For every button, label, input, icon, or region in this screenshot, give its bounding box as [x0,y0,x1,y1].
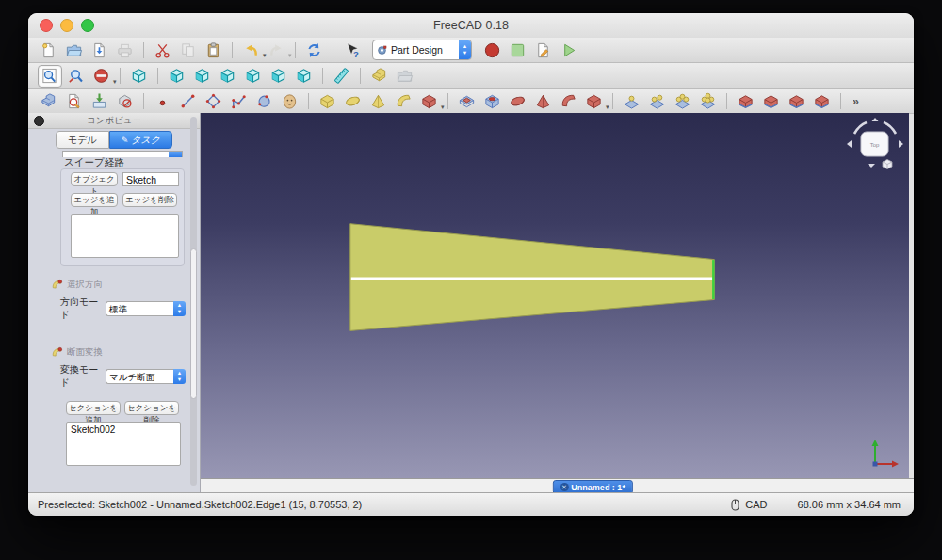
panel-scrollbar-thumb[interactable] [190,248,197,399]
additive-loft-icon[interactable] [367,91,390,112]
additive-primitive-icon[interactable]: ▾ [418,91,441,112]
create-sketch-icon[interactable] [63,91,86,112]
pocket-icon[interactable] [456,91,479,112]
close-document-icon[interactable]: ✕ [560,483,568,491]
navigation-style-label[interactable]: CAD [745,499,767,510]
toolbar-separator [143,93,144,109]
draft-icon[interactable] [786,91,808,112]
svg-text:»: » [853,95,859,108]
axonometric-view-icon[interactable] [128,66,151,87]
rotate-down-arrow-icon [868,164,875,168]
chamfer-icon[interactable] [760,91,783,112]
dimension-readout: 68.06 mm x 34.64 mm [798,499,901,510]
transform-mode-combo[interactable]: マルチ断面 ▲▼ [106,369,186,384]
linear-pattern-icon[interactable] [646,91,669,112]
mirrored-icon[interactable] [621,91,643,112]
combo-stepper-icon: ▲▼ [173,369,186,384]
transform-mode-label: 変換モード [60,363,106,390]
object-button[interactable]: オブジェクト [71,172,118,186]
save-document-icon[interactable] [89,40,111,60]
remove-edge-button[interactable]: エッジを削除 [122,193,177,207]
redo-icon: ▾ [266,40,288,60]
section-listbox[interactable]: Sketch002 [66,422,181,466]
tab-task[interactable]: ✎ タスク [109,131,172,149]
pencil-icon: ✎ [122,136,129,145]
rotate-left-arrow-icon [847,140,852,148]
revolution-icon[interactable] [342,91,365,112]
rectangle-icon[interactable] [203,91,225,112]
zoom-selection-icon[interactable] [65,66,88,87]
remove-section-button[interactable]: セクションを削除 [124,401,179,415]
part-design-toolbar: ▾▾» [28,89,914,114]
add-section-button[interactable]: セクションを追加 [66,401,121,415]
panel-scrollbar[interactable] [190,117,197,486]
multitransform-icon[interactable] [697,91,720,112]
bspline-icon[interactable] [253,91,276,112]
workbench-label: Part Design [391,44,459,56]
object-field[interactable] [122,172,179,186]
section-view-icon[interactable] [114,91,137,112]
cut-icon[interactable] [152,40,174,60]
subtractive-loft-icon[interactable] [532,91,555,112]
orientation-mode-combo[interactable]: 標準 ▲▼ [106,301,186,316]
top-view-icon[interactable] [191,66,214,87]
combo-view-tabs: モデル ✎ タスク [28,131,200,149]
bottom-view-icon[interactable] [268,66,290,87]
toolbar-separator [447,93,448,109]
line-icon[interactable] [177,91,200,112]
new-document-icon[interactable] [38,40,60,60]
toolbar-separator [157,68,158,84]
add-edge-button[interactable]: エッジを追加 [71,193,118,207]
toolbar-separator [322,68,323,84]
refresh-icon[interactable] [303,40,326,60]
macro-stop-icon[interactable] [507,40,529,60]
macro-edit-icon[interactable] [532,40,555,60]
navigation-cube[interactable]: Top [847,118,903,172]
macro-run-icon[interactable] [558,40,580,60]
toolbar-separator [612,93,613,109]
subtractive-pipe-icon[interactable] [558,91,580,112]
edge-listbox[interactable] [71,214,179,258]
point-icon[interactable] [152,91,174,112]
workbench-selector[interactable]: Part Design ▲▼ [372,40,472,60]
toolbar-overflow-icon[interactable]: » [849,91,871,112]
macro-record-icon[interactable] [481,40,504,60]
tab-model[interactable]: モデル [56,131,109,149]
title-bar: FreeCAD 0.18 [28,13,914,39]
fillet-icon[interactable] [735,91,757,112]
fit-all-icon[interactable] [38,65,62,88]
orientation-mode-row: 方向モード 標準 ▲▼ [60,296,186,322]
workbench-stepper[interactable]: ▲▼ [459,40,471,59]
section-list-item[interactable]: Sketch002 [67,423,180,437]
left-view-icon[interactable] [293,66,316,87]
toolbar-separator [333,42,333,58]
map-sketch-icon[interactable] [89,91,111,112]
create-body-icon[interactable] [38,91,60,112]
undo-icon[interactable]: ▾ [240,40,263,60]
viewport-column: Top ✕ Unnamed [201,113,914,493]
additive-pipe-icon[interactable] [393,91,415,112]
draw-style-icon[interactable]: ▾ [90,66,113,87]
open-document-icon[interactable] [63,40,86,60]
carbon-copy-icon[interactable] [279,91,301,112]
3d-viewport[interactable]: Top [201,113,909,478]
transform-mode-row: 変換モード マルチ断面 ▲▼ [60,363,186,390]
groove-icon[interactable] [507,91,529,112]
sweep-solid-shape[interactable] [350,224,714,331]
orientation-mode-label: 方向モード [60,296,106,322]
polar-pattern-icon[interactable] [672,91,694,112]
part-simple-copy-icon[interactable] [368,66,391,87]
rotate-up-arrow-icon [872,118,879,121]
measure-icon[interactable] [331,66,353,87]
thickness-icon[interactable] [811,91,834,112]
front-view-icon[interactable] [166,66,188,87]
pad-icon[interactable] [317,91,339,112]
hole-icon[interactable] [481,91,504,112]
polyline-icon[interactable] [228,91,251,112]
right-view-icon[interactable] [217,66,239,87]
rear-view-icon[interactable] [242,66,265,87]
whats-this-icon[interactable]: ? [341,40,364,60]
paste-icon[interactable] [203,40,225,60]
navcube-mini-cube-icon [883,160,892,169]
subtractive-primitive-icon[interactable]: ▾ [583,91,606,112]
